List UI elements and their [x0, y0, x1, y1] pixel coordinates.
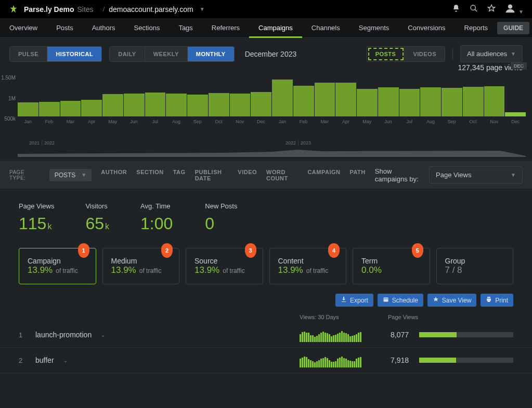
seg-grain-monthly[interactable]: MONTHLY: [188, 47, 234, 61]
main-chart[interactable]: DEC 1.50M1M500k JanFebMarAprMayJunJulAug…: [18, 75, 526, 137]
tab-campaigns[interactable]: Campaigns: [249, 18, 302, 38]
total-pageviews: 127,345 page views: [0, 63, 532, 72]
seg-content-posts[interactable]: POSTS: [367, 47, 405, 61]
star-icon[interactable]: [487, 4, 496, 14]
action-buttons: ExportScheduleSave ViewPrint: [0, 294, 532, 312]
filter-campaign[interactable]: CAMPAIGN: [307, 169, 340, 181]
card-medium[interactable]: 2Medium13.9%of traffic: [102, 248, 180, 284]
tab-tags[interactable]: Tags: [169, 18, 202, 38]
guide-button[interactable]: GUIDE: [497, 22, 529, 34]
filter-video[interactable]: VIDEO: [238, 169, 257, 181]
utm-cards: 1Campaign13.9%of traffic2Medium13.9%of t…: [0, 239, 532, 294]
content-type-toggle: POSTSVIDEOS: [367, 46, 445, 62]
audience-dropdown[interactable]: All audiences▼: [460, 45, 523, 62]
seg-grain-weekly[interactable]: WEEKLY: [145, 47, 188, 61]
stat-avg--time: Avg. Time1:00: [140, 202, 174, 233]
bell-icon[interactable]: [452, 4, 460, 14]
card-content[interactable]: 4Content13.9%of traffic: [269, 248, 347, 284]
show-by-label: Show campaigns by:: [375, 167, 425, 183]
calendar-icon: [383, 296, 389, 304]
tab-referrers[interactable]: Referrers: [202, 18, 249, 38]
granularity-toggle: DAILYWEEKLYMONTHLY: [109, 46, 234, 62]
tab-channels[interactable]: Channels: [302, 18, 349, 38]
period-badge: DEC: [511, 62, 527, 70]
svg-rect-2: [383, 298, 388, 302]
mode-toggle: PULSEHISTORICAL: [9, 46, 102, 62]
seg-grain-daily[interactable]: DAILY: [110, 47, 145, 61]
sparkline: [300, 327, 372, 342]
svg-point-0: [471, 5, 475, 10]
show-by-dropdown[interactable]: Page Views▼: [429, 166, 523, 183]
list-header: Views: 30 Days Page Views: [0, 312, 532, 322]
download-icon: [341, 296, 347, 304]
export-button[interactable]: Export: [335, 294, 373, 307]
print-button[interactable]: Print: [481, 294, 513, 307]
pagetype-chip[interactable]: POSTS▼: [49, 169, 92, 181]
topbar: Parse.ly Demo Sites / demoaccount.parsel…: [0, 0, 532, 18]
filter-tag[interactable]: TAG: [173, 169, 186, 181]
stat-visitors: Visitors65k: [85, 202, 109, 233]
stat-page-views: Page Views115k: [19, 202, 54, 233]
stat-new-posts: New Posts0: [205, 202, 237, 233]
filter-author[interactable]: AUTHOR: [101, 169, 127, 181]
seg-mode-pulse[interactable]: PULSE: [10, 47, 47, 61]
logo-icon: [8, 4, 19, 15]
pagetype-label: PAGE TYPE:: [9, 169, 40, 181]
chevron-down-icon: ▼: [200, 6, 205, 12]
filter-publish-date[interactable]: PUBLISH DATE: [195, 169, 229, 181]
pageviews-bar: [419, 358, 513, 363]
date-label[interactable]: December 2023: [245, 50, 297, 58]
seg-mode-historical[interactable]: HISTORICAL: [47, 47, 101, 61]
card-term[interactable]: 5Term0.0%: [353, 248, 430, 284]
tab-conversions[interactable]: Conversions: [398, 18, 455, 38]
tab-posts[interactable]: Posts: [47, 18, 83, 38]
print-icon: [486, 296, 492, 304]
chevron-down-icon: ⌄: [101, 332, 105, 338]
tab-overview[interactable]: Overview: [0, 18, 47, 38]
controls-bar: PULSEHISTORICAL DAILYWEEKLYMONTHLY Decem…: [0, 38, 532, 64]
filter-path[interactable]: PATH: [349, 169, 365, 181]
account-selector[interactable]: demoaccount.parsely.com: [109, 5, 193, 14]
tab-reports[interactable]: Reports: [455, 18, 498, 38]
filter-word-count[interactable]: WORD COUNT: [266, 169, 298, 181]
svg-point-1: [508, 5, 512, 9]
filter-section[interactable]: SECTION: [136, 169, 163, 181]
sites-label[interactable]: Sites: [77, 5, 94, 14]
breadcrumb-sep: /: [103, 5, 105, 13]
card-group[interactable]: Group7 / 8: [436, 248, 514, 284]
table-row[interactable]: 1launch-promotion⌄8,077: [0, 322, 532, 348]
brand: Parse.ly Demo: [24, 5, 74, 14]
filter-bar: PAGE TYPE: POSTS▼ AUTHORSECTIONTAGPUBLIS…: [0, 161, 532, 189]
tab-sections[interactable]: Sections: [125, 18, 170, 38]
summary-stats: Page Views115kVisitors65kAvg. Time1:00Ne…: [0, 189, 532, 239]
sparkline: [300, 353, 372, 367]
card-source[interactable]: 3Source13.9%of traffic: [186, 248, 263, 284]
tab-authors[interactable]: Authors: [83, 18, 125, 38]
schedule-button[interactable]: Schedule: [378, 294, 423, 307]
chevron-down-icon: ⌄: [63, 358, 68, 363]
timeline-slider[interactable]: 2021 2022 2022 2023: [18, 140, 526, 157]
card-campaign[interactable]: 1Campaign13.9%of traffic: [19, 248, 96, 284]
pageviews-bar: [419, 332, 513, 337]
search-icon[interactable]: [470, 4, 478, 14]
user-menu[interactable]: ▼: [505, 3, 524, 15]
star-icon: [433, 296, 439, 304]
main-nav: OverviewPostsAuthorsSectionsTagsReferrer…: [0, 18, 532, 38]
save-view-button[interactable]: Save View: [427, 294, 476, 307]
seg-content-videos[interactable]: VIDEOS: [405, 47, 445, 61]
table-row[interactable]: 2buffer⌄7,918: [0, 348, 532, 373]
tab-segments[interactable]: Segments: [349, 18, 399, 38]
separator: [452, 48, 453, 60]
